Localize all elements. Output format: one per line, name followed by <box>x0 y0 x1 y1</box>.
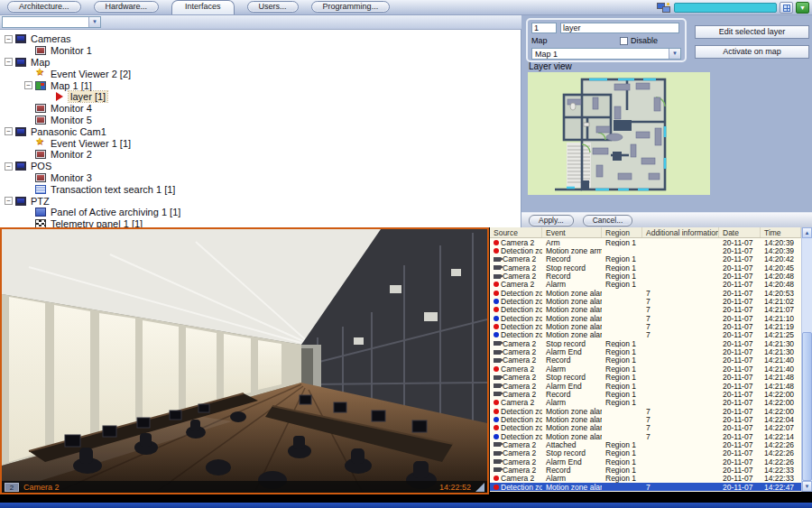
tab-interfaces[interactable]: Interfaces <box>171 0 235 14</box>
event-icon <box>35 69 46 79</box>
tree-item-label: Map 1 [1] <box>49 80 94 91</box>
event-row[interactable]: Camera 2Stop recordRegion 120-11-0714:22… <box>490 449 801 457</box>
column-header-additional-information[interactable]: Additional information <box>642 227 719 237</box>
panel-grid-button[interactable] <box>780 2 793 14</box>
event-row[interactable]: Detection zon...Motion zone alar...720-1… <box>490 415 801 423</box>
event-row[interactable]: Camera 2RecordRegion 120-11-0714:22:00 <box>490 390 801 398</box>
tree-item-layer-1[interactable]: layer [1] <box>0 91 521 103</box>
event-row[interactable]: Detection zon...Motion zone arm20-11-071… <box>490 246 801 254</box>
tree-item-monitor-4[interactable]: Monitor 4 <box>0 103 521 115</box>
tree-item-monitor-3[interactable]: Monitor 3 <box>0 172 521 184</box>
resize-corner-icon[interactable] <box>475 483 484 492</box>
tree-item-event-viewer-1-1[interactable]: Event Viewer 1 [1] <box>0 137 521 149</box>
event-table-scrollbar[interactable]: ▲ ▼ <box>801 227 812 492</box>
tree-item-map-1-1[interactable]: −Map 1 [1] <box>0 79 521 91</box>
tree-expander-icon[interactable]: − <box>5 197 13 205</box>
chevron-down-icon[interactable]: ▼ <box>88 17 100 27</box>
column-header-event[interactable]: Event <box>542 227 602 237</box>
tree-item-label: Transaction text search 1 [1] <box>49 184 177 195</box>
event-row[interactable]: Camera 2Alarm EndRegion 120-11-0714:22:2… <box>490 457 801 466</box>
map-select[interactable]: Map 1 ▼ <box>531 48 681 60</box>
tab-programming[interactable]: Programming... <box>311 1 391 13</box>
scroll-thumb[interactable] <box>802 332 812 481</box>
tree-expander-icon[interactable]: − <box>5 127 13 135</box>
tree-expander-icon[interactable]: − <box>24 81 32 89</box>
chevron-down-icon[interactable]: ▼ <box>669 49 680 59</box>
event-row[interactable]: Detection zon...Motion zone alar...720-1… <box>490 297 801 305</box>
column-header-region[interactable]: Region <box>602 227 642 237</box>
tree-expander-icon[interactable]: − <box>5 58 13 66</box>
layer-name-field[interactable] <box>560 23 679 33</box>
tab-users[interactable]: Users... <box>247 1 299 13</box>
monitor-icon <box>35 115 46 125</box>
event-row[interactable]: Detection zon...Motion zone alarm720-11-… <box>490 322 801 330</box>
tree-item-monitor-5[interactable]: Monitor 5 <box>0 115 521 126</box>
cell-event: Motion zone alarm <box>546 483 602 491</box>
scroll-up-icon[interactable]: ▲ <box>802 227 812 238</box>
column-header-date[interactable]: Date <box>719 227 761 237</box>
event-row[interactable]: Camera 2AttachedRegion 120-11-0714:22:26 <box>490 440 801 448</box>
event-row[interactable]: Camera 2AlarmRegion 120-11-0714:22:33 <box>490 475 801 483</box>
tree-item-pos[interactable]: −POS <box>0 161 521 172</box>
event-row[interactable]: Detection zon...Motion zone alar...720-1… <box>490 432 801 440</box>
tree-item-ptz[interactable]: −PTZ <box>0 195 521 207</box>
event-row[interactable]: Camera 2AlarmRegion 120-11-0714:21:40 <box>490 365 801 373</box>
tree-item-panasonic-cam1[interactable]: −Panasonic Cam1 <box>0 125 521 137</box>
column-header-time[interactable]: Time <box>761 227 801 237</box>
apply-button[interactable]: Apply... <box>529 215 574 226</box>
tree-expander-icon[interactable]: − <box>5 35 13 43</box>
event-row[interactable]: Detection zon...Motion zone alar...720-1… <box>490 331 801 339</box>
event-row[interactable]: Camera 2Alarm EndRegion 120-11-0714:21:3… <box>490 347 801 356</box>
event-row[interactable]: Detection zon...Motion zone alarm720-11-… <box>490 424 801 432</box>
tab-hardware[interactable]: Hardware... <box>94 1 160 13</box>
event-row[interactable]: Detection zon...Motion zone alar...720-1… <box>490 314 801 322</box>
tree-item-transaction-text-search-1-1[interactable]: Transaction text search 1 [1] <box>0 183 521 195</box>
cell-date: 20-11-07 <box>723 407 752 415</box>
cell-date: 20-11-07 <box>723 246 752 254</box>
tab-architecture[interactable]: Architecture... <box>7 1 81 13</box>
event-row[interactable]: Camera 2RecordRegion 120-11-0714:20:42 <box>490 255 801 263</box>
event-row[interactable]: Detection zon...Motion zone alarm720-11-… <box>490 289 801 297</box>
event-row[interactable]: Camera 2Stop recordRegion 120-11-0714:21… <box>490 374 801 382</box>
event-row[interactable]: Camera 2RecordRegion 120-11-0714:20:48 <box>490 272 801 280</box>
blue-event-dot-icon <box>494 332 499 337</box>
menu-dropdown-button[interactable]: ▼ <box>796 2 809 14</box>
tree-item-panel-of-active-archiving-1-1[interactable]: Panel of Active archiving 1 [1] <box>0 207 521 218</box>
event-row[interactable]: Detection zon...Motion zone alarm720-11-… <box>490 306 801 314</box>
cancel-button[interactable]: Cancel... <box>583 215 633 226</box>
cell-info: 7 <box>646 424 651 432</box>
event-row[interactable]: Camera 2RecordRegion 120-11-0714:22:33 <box>490 466 801 474</box>
activate-on-map-button[interactable]: Activate on map <box>695 45 809 59</box>
edit-selected-layer-button[interactable]: Edit selected layer <box>695 25 809 39</box>
event-row[interactable]: Camera 2Stop recordRegion 120-11-0714:20… <box>490 263 801 272</box>
disable-checkbox[interactable] <box>620 37 628 45</box>
event-row[interactable]: Camera 2Stop recordRegion 120-11-0714:21… <box>490 339 801 347</box>
tree-item-event-viewer-2-2[interactable]: Event Viewer 2 [2] <box>0 68 521 79</box>
layer-map-preview[interactable] <box>528 72 710 195</box>
object-combo[interactable]: ▼ <box>2 16 101 28</box>
cell-date: 20-11-07 <box>723 263 752 272</box>
event-row[interactable]: Detection zon...Motion zone alarm720-11-… <box>490 483 801 491</box>
layer-number-field[interactable] <box>531 23 557 33</box>
tree-item-monitor-1[interactable]: Monitor 1 <box>0 45 521 57</box>
event-row[interactable]: Camera 2AlarmRegion 120-11-0714:22:00 <box>490 399 801 407</box>
event-row[interactable]: Camera 2ArmRegion 120-11-0714:20:39 <box>490 238 801 246</box>
cell-time: 14:22:00 <box>764 399 794 407</box>
tree-item-telemetry-panel-1-1[interactable]: Telemetry panel 1 [1] <box>0 218 521 227</box>
event-row[interactable]: Camera 2Alarm EndRegion 120-11-0714:21:4… <box>490 382 801 390</box>
event-row[interactable]: Detection zon...Motion zone alarm720-11-… <box>490 407 801 415</box>
tree-item-monitor-2[interactable]: Monitor 2 <box>0 149 521 161</box>
scroll-track[interactable] <box>802 238 812 481</box>
tree-expander-icon[interactable]: − <box>5 162 13 171</box>
event-row[interactable]: Camera 2AlarmRegion 120-11-0714:20:48 <box>490 281 801 289</box>
cell-date: 20-11-07 <box>723 314 752 322</box>
status-field[interactable] <box>674 3 777 13</box>
cell-info: 7 <box>646 432 651 440</box>
cell-event: Record <box>546 272 570 280</box>
column-header-source[interactable]: Source <box>490 227 542 237</box>
event-row[interactable]: Camera 2RecordRegion 120-11-0714:21:40 <box>490 356 801 365</box>
scroll-down-icon[interactable]: ▼ <box>802 481 812 492</box>
tree-item-cameras[interactable]: −Cameras <box>0 33 521 45</box>
camera-video-tile[interactable]: 2 Camera 2 14:22:52 <box>0 227 489 494</box>
tree-item-map[interactable]: −Map <box>0 57 521 69</box>
